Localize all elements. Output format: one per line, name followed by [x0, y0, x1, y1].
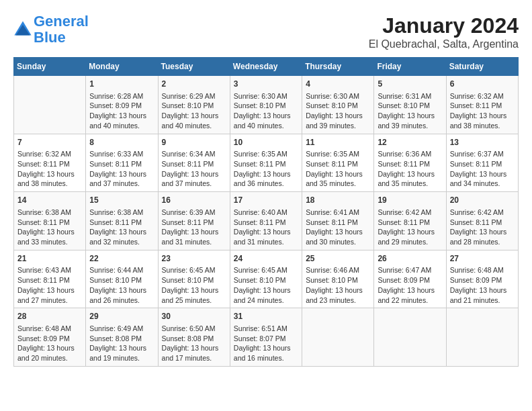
calendar-cell: 11Sunrise: 6:35 AM Sunset: 8:11 PM Dayli… — [302, 134, 374, 192]
day-number: 1 — [89, 79, 154, 90]
weekday-header: Monday — [86, 58, 158, 76]
calendar-cell: 25Sunrise: 6:46 AM Sunset: 8:10 PM Dayli… — [302, 250, 374, 308]
day-number: 12 — [378, 137, 442, 148]
day-info: Sunrise: 6:34 AM Sunset: 8:11 PM Dayligh… — [162, 149, 226, 189]
calendar-cell: 4Sunrise: 6:30 AM Sunset: 8:10 PM Daylig… — [302, 76, 374, 134]
calendar-cell: 31Sunrise: 6:51 AM Sunset: 8:07 PM Dayli… — [230, 308, 302, 367]
day-number: 2 — [162, 79, 226, 90]
day-info: Sunrise: 6:37 AM Sunset: 8:11 PM Dayligh… — [450, 149, 515, 189]
calendar-cell: 27Sunrise: 6:48 AM Sunset: 8:09 PM Dayli… — [446, 250, 518, 308]
day-info: Sunrise: 6:42 AM Sunset: 8:11 PM Dayligh… — [378, 208, 442, 247]
calendar-cell: 23Sunrise: 6:45 AM Sunset: 8:10 PM Dayli… — [158, 250, 230, 308]
logo-icon — [13, 20, 32, 39]
day-info: Sunrise: 6:45 AM Sunset: 8:10 PM Dayligh… — [162, 265, 226, 305]
calendar-week-row: 28Sunrise: 6:48 AM Sunset: 8:09 PM Dayli… — [14, 308, 519, 367]
day-info: Sunrise: 6:35 AM Sunset: 8:11 PM Dayligh… — [306, 149, 370, 189]
calendar-cell: 17Sunrise: 6:40 AM Sunset: 8:11 PM Dayli… — [230, 192, 302, 250]
day-info: Sunrise: 6:32 AM Sunset: 8:11 PM Dayligh… — [17, 149, 82, 189]
page-title: January 2024 — [369, 13, 519, 38]
day-number: 11 — [306, 137, 370, 148]
calendar-cell: 14Sunrise: 6:38 AM Sunset: 8:11 PM Dayli… — [14, 192, 86, 250]
calendar-cell: 5Sunrise: 6:31 AM Sunset: 8:10 PM Daylig… — [374, 76, 446, 134]
calendar-cell — [14, 76, 86, 134]
day-number: 26 — [378, 253, 442, 265]
calendar-cell: 20Sunrise: 6:42 AM Sunset: 8:11 PM Dayli… — [446, 192, 518, 250]
day-number: 6 — [450, 79, 515, 90]
day-number: 23 — [162, 253, 226, 265]
day-info: Sunrise: 6:31 AM Sunset: 8:10 PM Dayligh… — [378, 91, 442, 131]
day-info: Sunrise: 6:45 AM Sunset: 8:10 PM Dayligh… — [234, 265, 298, 305]
calendar-cell: 18Sunrise: 6:41 AM Sunset: 8:11 PM Dayli… — [302, 192, 374, 250]
day-info: Sunrise: 6:38 AM Sunset: 8:11 PM Dayligh… — [17, 208, 82, 247]
day-number: 31 — [234, 311, 298, 322]
calendar-cell: 24Sunrise: 6:45 AM Sunset: 8:10 PM Dayli… — [230, 250, 302, 308]
day-number: 16 — [162, 195, 226, 206]
calendar-cell: 28Sunrise: 6:48 AM Sunset: 8:09 PM Dayli… — [14, 308, 86, 367]
page-subtitle: El Quebrachal, Salta, Argentina — [369, 38, 519, 50]
calendar-cell: 16Sunrise: 6:39 AM Sunset: 8:11 PM Dayli… — [158, 192, 230, 250]
day-info: Sunrise: 6:48 AM Sunset: 8:09 PM Dayligh… — [17, 324, 82, 363]
calendar-cell: 9Sunrise: 6:34 AM Sunset: 8:11 PM Daylig… — [158, 134, 230, 192]
calendar-cell: 26Sunrise: 6:47 AM Sunset: 8:09 PM Dayli… — [374, 250, 446, 308]
calendar-cell: 29Sunrise: 6:49 AM Sunset: 8:08 PM Dayli… — [86, 308, 158, 367]
calendar-cell: 12Sunrise: 6:36 AM Sunset: 8:11 PM Dayli… — [374, 134, 446, 192]
day-info: Sunrise: 6:29 AM Sunset: 8:10 PM Dayligh… — [162, 91, 226, 131]
weekday-header: Wednesday — [230, 58, 302, 76]
weekday-header: Friday — [374, 58, 446, 76]
weekday-header: Sunday — [14, 58, 86, 76]
weekday-header: Thursday — [302, 58, 374, 76]
calendar-body: 1Sunrise: 6:28 AM Sunset: 8:09 PM Daylig… — [14, 76, 519, 367]
calendar-cell: 13Sunrise: 6:37 AM Sunset: 8:11 PM Dayli… — [446, 134, 518, 192]
calendar-week-row: 1Sunrise: 6:28 AM Sunset: 8:09 PM Daylig… — [14, 76, 519, 134]
day-number: 15 — [89, 195, 154, 206]
calendar-cell: 6Sunrise: 6:32 AM Sunset: 8:11 PM Daylig… — [446, 76, 518, 134]
calendar-cell: 8Sunrise: 6:33 AM Sunset: 8:11 PM Daylig… — [86, 134, 158, 192]
day-number: 8 — [89, 137, 154, 148]
logo: General Blue — [13, 13, 89, 46]
day-number: 27 — [450, 253, 515, 265]
day-number: 21 — [17, 253, 82, 265]
calendar-cell — [374, 308, 446, 367]
day-info: Sunrise: 6:47 AM Sunset: 8:09 PM Dayligh… — [378, 265, 442, 305]
day-info: Sunrise: 6:33 AM Sunset: 8:11 PM Dayligh… — [89, 149, 154, 189]
calendar-cell: 1Sunrise: 6:28 AM Sunset: 8:09 PM Daylig… — [86, 76, 158, 134]
calendar-week-row: 14Sunrise: 6:38 AM Sunset: 8:11 PM Dayli… — [14, 192, 519, 250]
day-info: Sunrise: 6:36 AM Sunset: 8:11 PM Dayligh… — [378, 149, 442, 189]
day-number: 3 — [234, 79, 298, 90]
day-info: Sunrise: 6:48 AM Sunset: 8:09 PM Dayligh… — [450, 265, 515, 305]
day-number: 22 — [89, 253, 154, 265]
calendar-cell: 3Sunrise: 6:30 AM Sunset: 8:10 PM Daylig… — [230, 76, 302, 134]
day-info: Sunrise: 6:51 AM Sunset: 8:07 PM Dayligh… — [234, 324, 298, 363]
day-number: 5 — [378, 79, 442, 90]
day-number: 24 — [234, 253, 298, 265]
day-info: Sunrise: 6:35 AM Sunset: 8:11 PM Dayligh… — [234, 149, 298, 189]
day-info: Sunrise: 6:41 AM Sunset: 8:11 PM Dayligh… — [306, 208, 370, 247]
calendar-cell: 22Sunrise: 6:44 AM Sunset: 8:10 PM Dayli… — [86, 250, 158, 308]
day-number: 19 — [378, 195, 442, 206]
day-info: Sunrise: 6:43 AM Sunset: 8:11 PM Dayligh… — [17, 265, 82, 305]
calendar-cell — [446, 308, 518, 367]
page-header: General Blue January 2024 El Quebrachal,… — [13, 13, 519, 50]
day-number: 4 — [306, 79, 370, 90]
day-number: 29 — [89, 311, 154, 322]
day-number: 13 — [450, 137, 515, 148]
day-number: 20 — [450, 195, 515, 206]
title-block: January 2024 El Quebrachal, Salta, Argen… — [369, 13, 519, 50]
day-info: Sunrise: 6:40 AM Sunset: 8:11 PM Dayligh… — [234, 208, 298, 247]
calendar-week-row: 7Sunrise: 6:32 AM Sunset: 8:11 PM Daylig… — [14, 134, 519, 192]
day-info: Sunrise: 6:32 AM Sunset: 8:11 PM Dayligh… — [450, 91, 515, 131]
day-number: 14 — [17, 195, 82, 206]
weekday-header: Tuesday — [158, 58, 230, 76]
day-number: 28 — [17, 311, 82, 322]
calendar-cell: 10Sunrise: 6:35 AM Sunset: 8:11 PM Dayli… — [230, 134, 302, 192]
day-info: Sunrise: 6:49 AM Sunset: 8:08 PM Dayligh… — [89, 324, 154, 363]
day-info: Sunrise: 6:30 AM Sunset: 8:10 PM Dayligh… — [306, 91, 370, 131]
day-number: 30 — [162, 311, 226, 322]
calendar-week-row: 21Sunrise: 6:43 AM Sunset: 8:11 PM Dayli… — [14, 250, 519, 308]
day-info: Sunrise: 6:39 AM Sunset: 8:11 PM Dayligh… — [162, 208, 226, 247]
calendar-cell: 2Sunrise: 6:29 AM Sunset: 8:10 PM Daylig… — [158, 76, 230, 134]
logo-text: General Blue — [34, 13, 89, 46]
day-number: 10 — [234, 137, 298, 148]
day-number: 9 — [162, 137, 226, 148]
calendar-cell: 19Sunrise: 6:42 AM Sunset: 8:11 PM Dayli… — [374, 192, 446, 250]
